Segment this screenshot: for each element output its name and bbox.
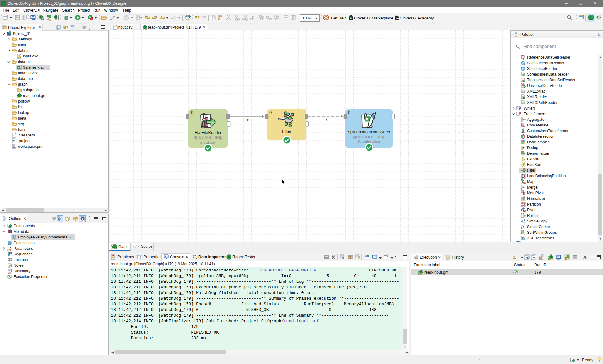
svg-text:3: 3 — [9, 254, 10, 256]
svg-text:X: X — [13, 140, 15, 143]
svg-text:A=1: A=1 — [7, 249, 11, 251]
svg-text:1: 1 — [8, 252, 9, 254]
svg-text:X=Y: X=Y — [7, 246, 11, 249]
svg-text:X: X — [13, 134, 15, 137]
svg-text:X=Y: X=Y — [13, 147, 16, 149]
svg-text:2: 2 — [10, 252, 11, 254]
